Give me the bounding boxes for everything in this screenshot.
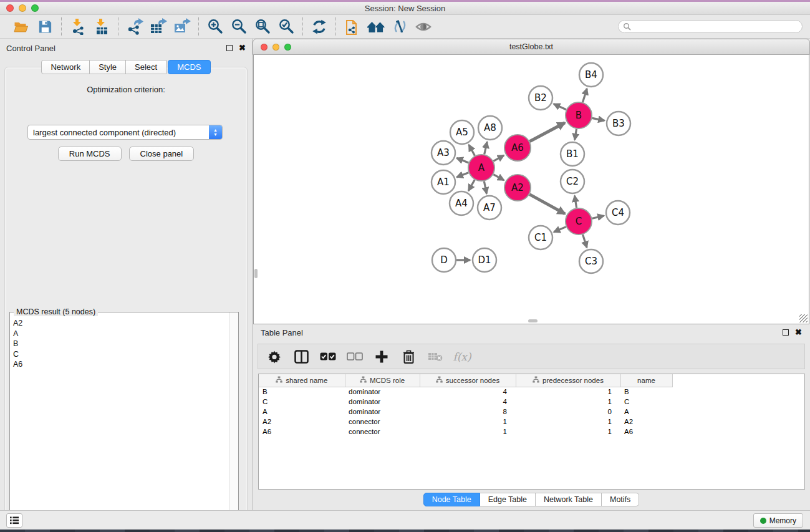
table-cell[interactable]: C [620,397,672,407]
table-cell[interactable]: 4 [420,397,516,407]
add-column-icon[interactable] [374,349,390,365]
import-network-icon[interactable] [69,17,87,36]
table-cell[interactable]: dominator [345,407,420,417]
node-A[interactable]: A [468,155,494,181]
node-D[interactable]: D [432,248,456,272]
table-cell[interactable]: 1 [420,427,516,437]
tab-edge-table[interactable]: Edge Table [480,493,536,506]
edge-A-A4[interactable] [468,180,475,191]
tab-network-table[interactable]: Network Table [536,493,602,506]
clone-network-icon[interactable] [343,17,362,36]
table-cell[interactable]: dominator [345,387,420,397]
edge-A-A2[interactable] [493,175,504,180]
edge-B-B1[interactable] [575,129,577,140]
table-cell[interactable]: 4 [420,387,516,397]
edge-B-B2[interactable] [554,104,566,110]
close-panel-button[interactable]: Close panel [129,147,195,161]
open-file-icon[interactable] [12,17,31,36]
run-mcds-button[interactable]: Run MCDS [58,147,122,161]
result-list-item[interactable]: A6 [13,359,229,370]
canvas-vertical-scroll-thumb[interactable] [254,269,258,278]
zoom-in-icon[interactable] [206,17,224,36]
node-D1[interactable]: D1 [473,248,496,272]
table-cell[interactable]: A6 [259,427,345,437]
table-cell[interactable]: C [259,397,345,407]
node-C[interactable]: C [566,208,592,235]
table-cell[interactable]: 1 [420,417,516,427]
node-A5[interactable]: A5 [450,120,474,144]
result-list-item[interactable]: C [13,349,229,360]
memory-button[interactable]: Memory [753,513,803,528]
refresh-icon[interactable] [310,17,329,36]
edge-A-A3[interactable] [456,158,468,163]
window-resize-grip[interactable] [799,314,808,322]
search-input[interactable] [631,22,793,31]
zoom-out-icon[interactable] [229,17,248,36]
tab-motifs[interactable]: Motifs [602,493,639,506]
column-header-MCDS-role[interactable]: MCDS role [345,374,420,387]
node-C1[interactable]: C1 [529,226,552,249]
edge-C-C1[interactable] [554,227,566,232]
table-cell[interactable]: A2 [259,417,345,427]
show-hide-panel-icon[interactable] [414,17,433,36]
table-cell[interactable]: connector [345,427,420,437]
export-image-icon[interactable] [173,17,191,36]
mcds-result-list[interactable]: A2ABCA6 [10,314,229,522]
import-table-icon[interactable] [92,17,111,36]
table-cell[interactable]: connector [345,417,420,427]
node-B3[interactable]: B3 [607,112,630,135]
edge-C-C2[interactable] [575,196,577,208]
result-list-scrollbar[interactable] [229,312,238,522]
edge-A2-C[interactable] [529,195,565,214]
float-table-panel-icon[interactable] [783,329,789,336]
save-session-icon[interactable] [36,17,54,36]
node-A7[interactable]: A7 [478,196,501,220]
search-box[interactable] [618,20,803,33]
table-cell[interactable]: A [259,407,345,417]
edge-B-B4[interactable] [582,89,587,102]
edge-A-A6[interactable] [493,155,504,161]
table-cell[interactable]: 1 [516,427,620,437]
node-B2[interactable]: B2 [529,86,552,110]
tab-style[interactable]: Style [90,60,126,74]
table-row[interactable]: A6connector11A6 [259,427,672,437]
result-list-item[interactable]: A [13,329,229,339]
zoom-selected-icon[interactable] [277,17,296,36]
table-cell[interactable]: 8 [420,407,516,417]
hide-graphics-details-icon[interactable] [390,17,409,36]
node-A4[interactable]: A4 [450,191,473,215]
table-row[interactable]: Cdominator41C [259,397,672,407]
table-cell[interactable]: 0 [516,407,620,417]
table-settings-icon[interactable] [266,349,282,365]
column-header-shared-name[interactable]: shared name [259,374,345,387]
home-browser-icon[interactable] [367,17,385,36]
table-cell[interactable]: A2 [620,417,672,427]
float-panel-icon[interactable] [226,45,233,51]
tab-network[interactable]: Network [41,60,90,74]
show-columns-icon[interactable] [293,349,309,365]
canvas-horizontal-scroll-thumb[interactable] [528,319,538,322]
node-C2[interactable]: C2 [561,170,584,193]
node-B4[interactable]: B4 [579,63,603,87]
table-cell[interactable]: B [620,387,672,397]
select-all-rows-icon[interactable] [320,349,336,365]
table-cell[interactable]: 1 [516,387,620,397]
edge-A6-B[interactable] [529,123,564,142]
node-C3[interactable]: C3 [579,249,603,273]
close-table-panel-icon[interactable]: ✖ [795,329,802,336]
delete-column-icon[interactable] [400,349,417,365]
node-B1[interactable]: B1 [561,142,584,166]
optimization-criterion-select[interactable]: largest connected component (directed) ▲… [27,125,223,140]
tab-node-table[interactable]: Node Table [423,493,480,506]
result-list-item[interactable]: A2 [13,318,229,329]
table-cell[interactable]: A6 [620,427,672,437]
column-header-predecessor-nodes[interactable]: predecessor nodes [516,374,620,387]
table-cell[interactable]: 1 [516,417,620,427]
node-C4[interactable]: C4 [606,201,630,225]
task-history-button[interactable] [6,513,22,528]
result-list-item[interactable]: B [13,339,229,349]
node-A1[interactable]: A1 [432,170,455,194]
table-cell[interactable]: B [259,387,345,397]
edge-A-A7[interactable] [484,181,486,194]
edge-C-C3[interactable] [583,235,587,248]
